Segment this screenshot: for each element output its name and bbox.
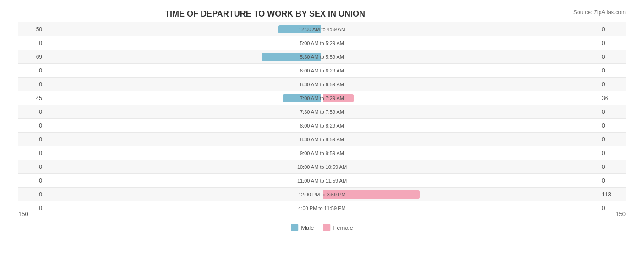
- male-bar-container: [46, 105, 322, 118]
- table-row: 0 12:00 PM to 3:59 PM 113: [18, 188, 626, 201]
- male-value: 69: [18, 54, 46, 60]
- bar-rows: 50 12:00 AM to 4:59 AM 0 0 5:00 AM to 5:…: [18, 22, 626, 217]
- male-bar-container: [46, 91, 322, 105]
- table-row: 45 7:00 AM to 7:29 AM 36: [18, 91, 626, 105]
- bars-center: 12:00 PM to 3:59 PM: [46, 188, 598, 201]
- male-bar-container: [46, 133, 322, 146]
- female-value: 0: [598, 164, 626, 170]
- female-bar-container: [322, 119, 598, 132]
- male-value: 0: [18, 150, 46, 156]
- table-row: 0 8:00 AM to 8:29 AM 0: [18, 119, 626, 133]
- table-row: 0 8:30 AM to 8:59 AM 0: [18, 133, 626, 146]
- legend-female-label: Female: [333, 224, 353, 231]
- female-value: 113: [598, 191, 626, 198]
- male-bar-container: [46, 22, 322, 36]
- male-value: 0: [18, 123, 46, 129]
- female-value: 0: [598, 54, 626, 60]
- female-bar-container: [322, 174, 598, 187]
- male-bar-container: [46, 201, 322, 215]
- male-bar-container: [46, 146, 322, 160]
- female-value: 0: [598, 81, 626, 88]
- bars-center: 7:00 AM to 7:29 AM: [46, 91, 598, 105]
- left-axis-label: 150: [18, 211, 28, 217]
- male-bar-container: [46, 50, 322, 63]
- bars-center: 6:00 AM to 6:29 AM: [46, 64, 598, 77]
- male-bar-container: [46, 36, 322, 50]
- table-row: 0 6:30 AM to 6:59 AM 0: [18, 78, 626, 91]
- female-bar-container: [322, 64, 598, 77]
- female-bar-container: [322, 91, 598, 105]
- female-value: 0: [598, 40, 626, 46]
- table-row: 0 11:00 AM to 11:59 AM 0: [18, 174, 626, 188]
- male-value: 0: [18, 164, 46, 170]
- table-row: 0 6:00 AM to 6:29 AM 0: [18, 64, 626, 78]
- bars-center: 8:30 AM to 8:59 AM: [46, 133, 598, 146]
- male-bar: [278, 25, 321, 33]
- chart-area: 50 12:00 AM to 4:59 AM 0 0 5:00 AM to 5:…: [18, 22, 626, 231]
- male-value: 50: [18, 26, 46, 33]
- male-bar-container: [46, 174, 322, 187]
- legend-male-label: Male: [301, 224, 314, 231]
- legend-male: Male: [291, 224, 314, 231]
- bars-center: 9:00 AM to 9:59 AM: [46, 146, 598, 160]
- female-value: 0: [598, 178, 626, 184]
- male-value: 0: [18, 191, 46, 198]
- female-bar-container: [322, 36, 598, 50]
- legend: Male Female: [291, 224, 353, 231]
- male-bar: [262, 53, 321, 61]
- female-bar: [323, 190, 420, 199]
- bars-center: 8:00 AM to 8:29 AM: [46, 119, 598, 132]
- chart-title: TIME OF DEPARTURE TO WORK BY SEX IN UNIO…: [18, 9, 626, 19]
- male-value: 0: [18, 136, 46, 143]
- male-bar-container: [46, 188, 322, 201]
- male-value: 45: [18, 95, 46, 101]
- bars-center: 7:30 AM to 7:59 AM: [46, 105, 598, 118]
- table-row: 0 4:00 PM to 11:59 PM 0: [18, 201, 626, 215]
- bars-center: 12:00 AM to 4:59 AM: [46, 22, 598, 36]
- male-bar: [283, 94, 321, 102]
- table-row: 0 5:00 AM to 5:29 AM 0: [18, 36, 626, 50]
- table-row: 0 9:00 AM to 9:59 AM 0: [18, 146, 626, 160]
- male-bar-container: [46, 160, 322, 173]
- chart-container: TIME OF DEPARTURE TO WORK BY SEX IN UNIO…: [0, 0, 644, 273]
- bars-center: 4:00 PM to 11:59 PM: [46, 201, 598, 215]
- female-bar-container: [322, 22, 598, 36]
- male-value: 0: [18, 67, 46, 74]
- male-bar-container: [46, 78, 322, 91]
- female-bar: [323, 94, 354, 102]
- female-bar-container: [322, 133, 598, 146]
- bars-center: 11:00 AM to 11:59 AM: [46, 174, 598, 187]
- female-value: 0: [598, 123, 626, 129]
- female-bar-container: [322, 188, 598, 201]
- female-bar-container: [322, 50, 598, 63]
- female-bar-container: [322, 201, 598, 215]
- male-bar-container: [46, 119, 322, 132]
- bars-center: 6:30 AM to 6:59 AM: [46, 78, 598, 91]
- female-bar-container: [322, 160, 598, 173]
- female-bar-container: [322, 78, 598, 91]
- male-bar-container: [46, 64, 322, 77]
- table-row: 0 10:00 AM to 10:59 AM 0: [18, 160, 626, 174]
- female-bar-container: [322, 105, 598, 118]
- table-row: 50 12:00 AM to 4:59 AM 0: [18, 22, 626, 36]
- legend-female: Female: [323, 224, 353, 231]
- right-axis-label: 150: [616, 211, 626, 217]
- male-value: 0: [18, 109, 46, 115]
- female-value: 0: [598, 109, 626, 115]
- table-row: 69 5:30 AM to 5:59 AM 0: [18, 50, 626, 64]
- female-value: 36: [598, 95, 626, 101]
- table-row: 0 7:30 AM to 7:59 AM 0: [18, 105, 626, 119]
- female-bar-container: [322, 146, 598, 160]
- legend-female-box: [323, 224, 330, 231]
- female-value: 0: [598, 136, 626, 143]
- male-value: 0: [18, 40, 46, 46]
- female-value: 0: [598, 150, 626, 156]
- bars-center: 10:00 AM to 10:59 AM: [46, 160, 598, 173]
- source-label: Source: ZipAtlas.com: [573, 9, 626, 16]
- female-value: 0: [598, 67, 626, 74]
- bars-center: 5:30 AM to 5:59 AM: [46, 50, 598, 63]
- legend-male-box: [291, 224, 298, 231]
- female-value: 0: [598, 26, 626, 33]
- male-value: 0: [18, 178, 46, 184]
- bars-center: 5:00 AM to 5:29 AM: [46, 36, 598, 50]
